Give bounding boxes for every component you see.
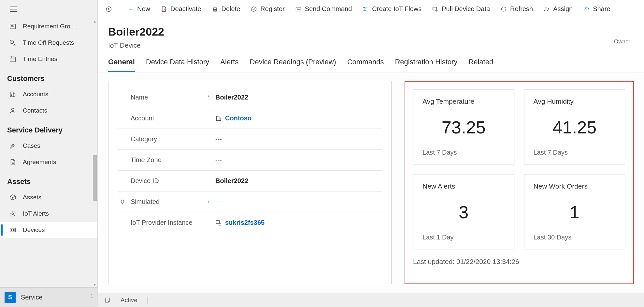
main-content: New Deactivate Delete Register Send Comm…: [98, 0, 644, 307]
field-simulated[interactable]: Simulated + ---: [118, 192, 382, 212]
tile-avg-temperature[interactable]: Avg Temperature 73.25 Last 7 Days: [413, 89, 514, 164]
pull-device-data-button[interactable]: Pull Device Data: [427, 3, 494, 15]
share-button[interactable]: Share: [579, 3, 615, 15]
sidebar-scrollbar[interactable]: [93, 18, 97, 287]
required-mark-icon: *: [206, 95, 212, 100]
nav-label: Accounts: [23, 91, 48, 98]
nav-label: Devices: [23, 226, 45, 234]
wrench-icon: [9, 142, 16, 149]
sidebar-item-requirement-groups[interactable]: Requirement Grou…: [0, 18, 97, 35]
area-switcher[interactable]: S Service ˄˅: [0, 287, 97, 307]
provider-link[interactable]: sukris2fs365: [215, 219, 265, 226]
assign-person-icon: [543, 6, 550, 12]
nav-label: Requirement Grou…: [23, 23, 80, 30]
sidebar-item-cases[interactable]: Cases: [0, 138, 97, 154]
delete-button[interactable]: Delete: [207, 3, 245, 15]
field-iot-provider-instance[interactable]: IoT Provider Instance sukris2fs365: [118, 212, 382, 233]
page-title: Boiler2022: [108, 25, 164, 38]
tab-device-data-history[interactable]: Device Data History: [146, 54, 209, 72]
provider-lookup-icon: [215, 220, 222, 226]
sidebar-item-agreements[interactable]: Agreements: [0, 154, 97, 170]
person-icon: [9, 107, 16, 114]
tile-avg-humidity[interactable]: Avg Humidity 41.25 Last 7 Days: [524, 89, 625, 164]
create-iot-flows-button[interactable]: Create IoT Flows: [358, 3, 426, 15]
svg-point-8: [11, 229, 12, 231]
document-icon: [9, 159, 16, 166]
status-note-icon[interactable]: [104, 297, 111, 303]
back-button[interactable]: [101, 3, 117, 15]
cmd-label: Register: [260, 5, 284, 13]
box-icon: [9, 194, 16, 201]
cmd-label: Assign: [553, 5, 573, 13]
sidebar-item-devices[interactable]: Devices: [0, 222, 97, 238]
sidebar-item-accounts[interactable]: Accounts: [0, 86, 97, 102]
tab-general[interactable]: General: [108, 54, 135, 72]
tile-footer: Last 30 Days: [534, 234, 616, 241]
field-account[interactable]: Account Contoso: [118, 108, 382, 129]
sidebar: ▲ Requirement Grou… Time Off Requests Ti…: [0, 0, 98, 307]
svg-rect-3: [10, 57, 16, 62]
field-device-id[interactable]: Device ID Boiler2022: [118, 171, 382, 192]
sidebar-item-contacts[interactable]: Contacts: [0, 102, 97, 119]
account-link[interactable]: Contoso: [215, 115, 251, 122]
status-bar: Active: [98, 293, 644, 307]
cmd-label: Delete: [222, 5, 240, 13]
scroll-down-icon[interactable]: ▼: [93, 282, 97, 287]
sidebar-item-iot-alerts[interactable]: IoT Alerts: [0, 206, 97, 222]
tile-new-alerts[interactable]: New Alerts 3 Last 1 Day: [413, 174, 514, 249]
cmd-label: New: [137, 5, 150, 13]
sidebar-item-time-off-requests[interactable]: Time Off Requests: [0, 35, 97, 51]
nav-section-customers: Customers: [0, 67, 97, 86]
trash-icon: [212, 6, 218, 12]
tab-registration-history[interactable]: Registration History: [395, 54, 457, 72]
field-value: ---: [215, 156, 222, 164]
share-icon: [583, 6, 590, 12]
form-card: Name * Boiler2022 Account Contoso Catego…: [108, 81, 392, 284]
register-button[interactable]: Register: [246, 3, 289, 15]
area-badge: S: [5, 292, 16, 303]
nav-label: Assets: [23, 194, 41, 201]
field-value: Boiler2022: [215, 177, 248, 185]
sidebar-item-time-entries[interactable]: Time Entries: [0, 51, 97, 67]
card-icon: [9, 23, 16, 30]
area-label: Service: [21, 294, 85, 301]
svg-rect-11: [296, 7, 301, 11]
field-category[interactable]: Category ---: [118, 129, 382, 150]
tile-footer: Last 7 Days: [422, 149, 505, 156]
refresh-button[interactable]: Refresh: [496, 3, 537, 15]
tab-alerts[interactable]: Alerts: [220, 54, 238, 72]
nav-label: Agreements: [23, 159, 56, 166]
nav-label: Cases: [23, 142, 40, 149]
svg-rect-12: [433, 7, 437, 10]
tile-new-work-orders[interactable]: New Work Orders 1 Last 30 Days: [524, 174, 625, 249]
svg-point-6: [12, 213, 14, 215]
recommended-mark-icon: +: [206, 199, 212, 205]
sidebar-item-assets[interactable]: Assets: [0, 189, 97, 206]
tile-footer: Last 1 Day: [422, 234, 505, 241]
tile-value: 41.25: [534, 105, 616, 149]
tab-commands[interactable]: Commands: [347, 54, 384, 72]
svg-rect-0: [10, 24, 16, 29]
send-command-button[interactable]: Send Command: [291, 3, 357, 15]
tab-device-readings[interactable]: Device Readings (Preview): [250, 54, 336, 72]
nav-section-assets: Assets: [0, 170, 97, 189]
field-label: IoT Provider Instance: [131, 219, 202, 226]
flow-icon: [362, 6, 369, 12]
field-name[interactable]: Name * Boiler2022: [118, 87, 382, 108]
scrollbar-thumb[interactable]: [93, 155, 97, 201]
deactivate-button[interactable]: Deactivate: [156, 3, 206, 15]
svg-rect-14: [216, 116, 219, 120]
new-button[interactable]: New: [123, 3, 155, 15]
tab-related[interactable]: Related: [468, 54, 493, 72]
hamburger-menu-icon[interactable]: [10, 7, 17, 12]
tile-value: 73.25: [422, 105, 505, 149]
tile-footer: Last 7 Days: [534, 149, 616, 156]
field-timezone[interactable]: Time Zone ---: [118, 150, 382, 171]
record-tabs: General Device Data History Alerts Devic…: [98, 51, 644, 72]
cmd-label: Send Command: [305, 5, 352, 13]
owner-label: Owner: [614, 38, 630, 45]
assign-button[interactable]: Assign: [539, 3, 577, 15]
chevron-updown-icon: ˄˅: [91, 294, 93, 301]
nav-label: Time Entries: [23, 55, 57, 63]
field-value: Boiler2022: [215, 94, 248, 101]
